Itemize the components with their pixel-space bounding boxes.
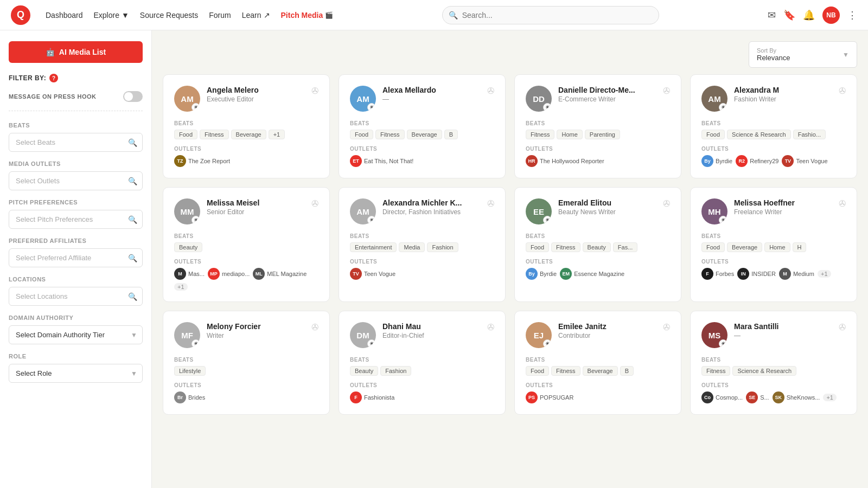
- more-menu-icon[interactable]: ⋮: [847, 9, 857, 21]
- beat-tag: Fashion: [380, 366, 411, 376]
- messages-icon[interactable]: ✉: [768, 9, 776, 21]
- bookmark-icon[interactable]: ✇: [663, 198, 670, 209]
- beat-tag: Home: [764, 242, 790, 252]
- outlet-name: SheKnows...: [787, 394, 820, 401]
- bookmark-icon[interactable]: ✇: [663, 322, 670, 332]
- logo[interactable]: Q: [11, 5, 30, 25]
- beat-tag: Beverage: [231, 130, 266, 139]
- preferred-affiliates-label: PREFERRED AFFILIATES: [9, 237, 143, 244]
- journalist-card[interactable]: AM ☀ Alexa Mellardo — ✇ BEATS FoodFitnes…: [339, 74, 506, 178]
- outlets-row: Br Brides: [174, 391, 318, 403]
- bookmark-icon[interactable]: ✇: [487, 322, 494, 332]
- journalist-card[interactable]: DD ☀ Danielle Directo-Me... E-Commerce W…: [514, 74, 681, 178]
- avatar: AM ☀: [350, 86, 376, 112]
- avatar-badge: ☀: [367, 216, 376, 224]
- external-link-icon: ↗: [264, 11, 270, 20]
- bookmark-icon[interactable]: ✇: [487, 198, 494, 209]
- sort-by-dropdown[interactable]: Sort By Relevance ▼: [749, 41, 857, 68]
- journalist-name: Alexa Mellardo: [382, 86, 481, 94]
- beats-label: BEATS: [9, 122, 143, 129]
- avatar-badge: ☀: [192, 339, 200, 348]
- outlet-logo: HR: [526, 155, 538, 167]
- pitch-pref-search-icon: 🔍: [128, 215, 137, 224]
- avatar: AM ☀: [701, 86, 727, 112]
- journalist-role: Executive Editor: [207, 95, 305, 103]
- domain-authority-arrow-icon: ▼: [131, 331, 137, 339]
- journalist-card[interactable]: AM ☀ Angela Melero Executive Editor ✇ BE…: [163, 74, 330, 178]
- beats-input[interactable]: [9, 133, 143, 152]
- journalist-name: Alexandra Michler K...: [382, 198, 481, 207]
- outlet-name: Eat This, Not That!: [364, 158, 413, 164]
- beats-section-label: BEATS: [350, 233, 494, 239]
- journalist-card[interactable]: AM ☀ Alexandra M Fashion Writer ✇ BEATS …: [690, 74, 857, 178]
- outlet-logo: Co: [701, 391, 713, 403]
- outlet-name: S...: [760, 394, 769, 401]
- beat-tag: Beauty: [583, 242, 611, 252]
- beat-tag: Entertainment: [350, 242, 397, 252]
- nav-forum[interactable]: Forum: [209, 11, 231, 20]
- journalist-card[interactable]: MH ☀ Melissa Hoeffner Freelance Writer ✇…: [690, 187, 857, 302]
- role-select[interactable]: Select Role Editor Writer Contributor Fr…: [9, 364, 143, 383]
- beats-tags: EntertainmentMediaFashion: [350, 242, 494, 252]
- beats-tags: FoodScience & ResearchFashio...: [701, 130, 846, 139]
- journalist-card[interactable]: MS ☀ Mara Santilli — ✇ BEATS FitnessScie…: [690, 311, 857, 415]
- beats-section-label: BEATS: [526, 120, 670, 126]
- locations-input[interactable]: [9, 287, 143, 306]
- ai-icon: 🤖: [46, 48, 55, 56]
- ai-media-list-button[interactable]: 🤖 AI Media List: [9, 41, 143, 63]
- bookmark-icon[interactable]: ✇: [311, 86, 318, 96]
- journalist-name: Emerald Elitou: [558, 198, 656, 207]
- beats-tags: BeautyFashion: [350, 366, 494, 376]
- bookmark-icon[interactable]: ✇: [663, 86, 670, 96]
- bookmarks-icon[interactable]: 🔖: [783, 9, 795, 21]
- preferred-affiliates-search-icon: 🔍: [128, 254, 137, 262]
- avatar: MF ☀: [174, 322, 200, 348]
- beat-tag: Beauty: [174, 242, 202, 252]
- avatar-badge: ☀: [543, 339, 552, 348]
- nav-links: Dashboard Explore ▼ Source Requests Foru…: [46, 11, 333, 20]
- bookmark-icon[interactable]: ✇: [839, 322, 846, 332]
- bookmark-icon[interactable]: ✇: [487, 86, 494, 96]
- outlets-input[interactable]: [9, 171, 143, 190]
- bookmark-icon[interactable]: ✇: [839, 86, 846, 96]
- journalist-role: Director, Fashion Initiatives: [382, 208, 481, 216]
- press-hook-toggle[interactable]: [123, 91, 143, 102]
- beat-tag: Fas...: [613, 242, 638, 252]
- outlet-more: +1: [818, 270, 831, 278]
- bookmark-icon[interactable]: ✇: [839, 198, 846, 209]
- journalist-role: Freelance Writer: [734, 208, 832, 216]
- domain-authority-filter: DOMAIN AUTHORITY Select Domain Authority…: [9, 314, 143, 344]
- search-input[interactable]: [442, 6, 659, 24]
- notifications-icon[interactable]: 🔔: [803, 9, 815, 21]
- journalist-card[interactable]: MM ☀ Melissa Meisel Senior Editor ✇ BEAT…: [163, 187, 330, 302]
- nav-source-requests[interactable]: Source Requests: [140, 11, 198, 20]
- help-icon[interactable]: ?: [49, 74, 58, 82]
- outlet-logo: PS: [526, 391, 538, 403]
- journalist-card[interactable]: EE ☀ Emerald Elitou Beauty News Writer ✇…: [514, 187, 681, 302]
- user-avatar[interactable]: NB: [822, 7, 840, 24]
- nav-explore[interactable]: Explore ▼: [94, 11, 129, 20]
- domain-authority-select[interactable]: Select Domain Authority Tier Tier 1 (80-…: [9, 325, 143, 344]
- journalist-card[interactable]: EJ ☀ Emilee Janitz Contributor ✇ BEATS F…: [514, 311, 681, 415]
- chevron-down-icon: ▼: [122, 11, 129, 20]
- pitch-pref-input[interactable]: [9, 210, 143, 229]
- nav-learn[interactable]: Learn ↗: [242, 11, 270, 20]
- card-header: AM ☀ Alexa Mellardo — ✇: [350, 86, 494, 112]
- journalist-card[interactable]: DM ☀ Dhani Mau Editor-in-Chief ✇ BEATS B…: [339, 311, 506, 415]
- outlet-name: Cosmop...: [716, 394, 743, 401]
- preferred-affiliates-input[interactable]: [9, 248, 143, 267]
- avatar-badge: ☀: [367, 103, 376, 112]
- card-header: MH ☀ Melissa Hoeffner Freelance Writer ✇: [701, 198, 846, 224]
- sort-by-label: Sort By: [757, 47, 838, 54]
- press-hook-toggle-row: MESSAGE ON PRESS HOOK: [9, 91, 143, 111]
- navbar: Q Dashboard Explore ▼ Source Requests Fo…: [0, 0, 868, 30]
- press-hook-label: MESSAGE ON PRESS HOOK: [9, 93, 96, 100]
- bookmark-icon[interactable]: ✇: [311, 198, 318, 209]
- fire-icon: 🎬: [325, 11, 333, 19]
- nav-dashboard[interactable]: Dashboard: [46, 11, 83, 20]
- nav-pitch-media[interactable]: Pitch Media 🎬: [281, 11, 334, 20]
- journalist-card[interactable]: AM ☀ Alexandra Michler K... Director, Fa…: [339, 187, 506, 302]
- outlet-logo: F: [701, 268, 713, 280]
- journalist-card[interactable]: MF ☀ Melony Forcier Writer ✇ BEATS Lifes…: [163, 311, 330, 415]
- bookmark-icon[interactable]: ✇: [311, 322, 318, 332]
